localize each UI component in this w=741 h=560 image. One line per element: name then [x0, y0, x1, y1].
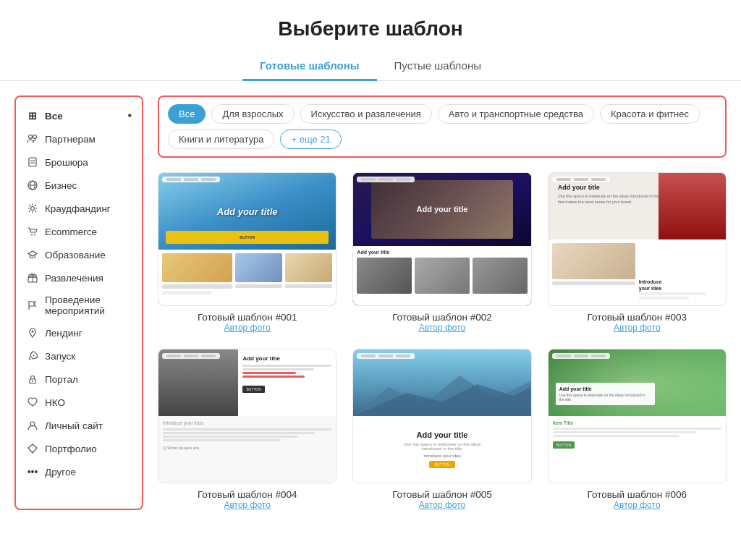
template-info-002: Готовый шаблон #002 Автор фото	[352, 306, 531, 333]
template-info-006: Готовый шаблон #006 Автор фото	[548, 483, 727, 510]
sidebar-label-ngo: НКО	[45, 397, 132, 408]
template-name-002: Готовый шаблон #002	[355, 312, 528, 323]
cap-icon	[26, 248, 39, 261]
filter-adults[interactable]: Для взрослых	[211, 104, 294, 124]
grid-icon: ⊞	[26, 109, 39, 122]
sidebar-label-portal: Портал	[45, 374, 132, 385]
sidebar-item-portfolio[interactable]: Портфолио	[16, 437, 142, 460]
svg-point-10	[34, 234, 35, 236]
content-area: Все Для взрослых Искусство и развлечения…	[158, 96, 727, 510]
sidebar-item-events[interactable]: Проведение мероприятий	[16, 289, 142, 321]
sidebar-item-ngo[interactable]: НКО	[16, 391, 142, 414]
template-card-005[interactable]: Add your title Use this space to elabora…	[352, 349, 531, 509]
template-info-004: Готовый шаблон #004 Автор фото	[158, 483, 336, 510]
dots-icon: •••	[26, 465, 39, 478]
template-name-001: Готовый шаблон #001	[161, 312, 334, 323]
map-icon	[26, 326, 39, 339]
template-card-002[interactable]: Add your title Add your title Готовый ша…	[352, 172, 531, 333]
sidebar-label-events: Проведение мероприятий	[45, 294, 132, 316]
svg-point-8	[31, 207, 35, 211]
lock-icon	[26, 373, 39, 386]
template-author-002[interactable]: Автор фото	[355, 323, 528, 333]
sidebar-label-launch: Запуск	[45, 351, 132, 362]
filter-beauty[interactable]: Красота и фитнес	[600, 104, 700, 124]
template-info-003: Готовый шаблон #003 Автор фото	[548, 306, 727, 333]
sidebar-item-crowdfunding[interactable]: Краудфандинг	[16, 197, 142, 220]
template-card-006[interactable]: Add your title Use this space to elabora…	[548, 349, 727, 509]
sidebar-label-all: Все	[45, 111, 122, 122]
main-layout: ⊞ Все • Партнерам Брошюра Бизнес	[0, 96, 741, 539]
template-author-006[interactable]: Автор фото	[551, 500, 724, 510]
sidebar-label-business: Бизнес	[45, 180, 132, 191]
gear-icon	[26, 202, 39, 215]
user-icon	[26, 419, 39, 432]
sidebar-label-education: Образование	[45, 250, 132, 260]
filter-books[interactable]: Книги и литература	[168, 130, 274, 149]
rocket-icon	[26, 349, 39, 362]
template-name-003: Готовый шаблон #003	[551, 312, 724, 323]
people-icon	[26, 132, 39, 145]
diamond-icon	[26, 442, 39, 455]
sidebar-item-launch[interactable]: Запуск	[16, 344, 142, 368]
filter-row: Все Для взрослых Искусство и развлечения…	[158, 96, 727, 158]
template-name-006: Готовый шаблон #006	[551, 489, 724, 500]
template-name-004: Готовый шаблон #004	[161, 489, 334, 500]
sidebar-item-business[interactable]: Бизнес	[16, 174, 142, 197]
svg-point-1	[33, 135, 37, 139]
templates-grid: Add your title BUTTON	[158, 172, 727, 510]
sidebar-item-personal[interactable]: Личный сайт	[16, 414, 142, 437]
sidebar-label-portfolio: Портфолио	[45, 444, 132, 454]
sidebar-item-ecommerce[interactable]: Ecommerce	[16, 220, 142, 243]
sidebar-item-partners[interactable]: Партнерам	[16, 127, 142, 150]
tab-ready[interactable]: Готовые шаблоны	[242, 52, 377, 81]
template-author-003[interactable]: Автор фото	[551, 323, 724, 333]
sidebar: ⊞ Все • Партнерам Брошюра Бизнес	[14, 96, 143, 510]
template-author-004[interactable]: Автор фото	[161, 500, 334, 510]
filter-more[interactable]: + еще 21	[280, 130, 341, 149]
template-thumb-006: Add your title Use this space to elabora…	[548, 349, 727, 483]
svg-point-0	[29, 135, 33, 139]
sidebar-item-brochure[interactable]: Брошюра	[16, 150, 142, 174]
sidebar-dot-all: •	[127, 109, 132, 122]
sidebar-label-landing: Лендинг	[45, 328, 132, 339]
template-thumb-003: Add your title Use this space to elabora…	[548, 172, 727, 306]
template-name-005: Готовый шаблон #005	[355, 489, 528, 500]
sidebar-item-portal[interactable]: Портал	[16, 368, 142, 391]
cart-icon	[26, 225, 39, 238]
tabs-row: Готовые шаблоны Пустые шаблоны	[0, 52, 741, 81]
template-card-004[interactable]: Add your title BUTTON Introduce your ide…	[158, 349, 336, 509]
svg-point-14	[32, 331, 34, 333]
template-thumb-002: Add your title Add your title	[352, 172, 531, 306]
template-card-001[interactable]: Add your title BUTTON	[158, 172, 336, 333]
filter-arts[interactable]: Искусство и развлечения	[300, 104, 432, 124]
sidebar-item-other[interactable]: ••• Другое	[16, 460, 142, 483]
template-card-003[interactable]: Add your title Use this space to elabora…	[548, 172, 727, 333]
filter-all[interactable]: Все	[168, 104, 206, 124]
filter-auto[interactable]: Авто и транспортные средства	[438, 104, 594, 124]
sidebar-item-all[interactable]: ⊞ Все •	[16, 104, 142, 127]
flag-icon	[26, 299, 39, 312]
sidebar-label-ecommerce: Ecommerce	[45, 226, 132, 237]
page-title: Выберите шаблон	[0, 0, 741, 52]
svg-point-9	[31, 234, 33, 236]
template-thumb-001: Add your title BUTTON	[158, 172, 336, 306]
sidebar-label-brochure: Брошюра	[45, 157, 132, 168]
svg-rect-2	[29, 158, 36, 166]
sidebar-label-crowdfunding: Краудфандинг	[45, 203, 132, 214]
sidebar-item-education[interactable]: Образование	[16, 243, 142, 266]
template-author-005[interactable]: Автор фото	[355, 500, 528, 510]
svg-point-17	[32, 381, 33, 382]
template-info-005: Готовый шаблон #005 Автор фото	[352, 483, 531, 510]
svg-marker-19	[28, 444, 37, 453]
tab-blank[interactable]: Пустые шаблоны	[377, 52, 499, 81]
sidebar-item-entertainment[interactable]: Развлечения	[16, 266, 142, 289]
sidebar-item-landing[interactable]: Лендинг	[16, 321, 142, 344]
gift-icon	[26, 271, 39, 284]
template-thumb-005: Add your title Use this space to elabora…	[352, 349, 531, 483]
svg-point-15	[33, 355, 35, 357]
sidebar-label-entertainment: Развлечения	[45, 273, 132, 284]
sidebar-label-partners: Партнерам	[45, 134, 132, 145]
template-author-001[interactable]: Автор фото	[161, 323, 334, 333]
heart-icon	[26, 396, 39, 409]
template-thumb-004: Add your title BUTTON Introduce your ide…	[158, 349, 336, 483]
